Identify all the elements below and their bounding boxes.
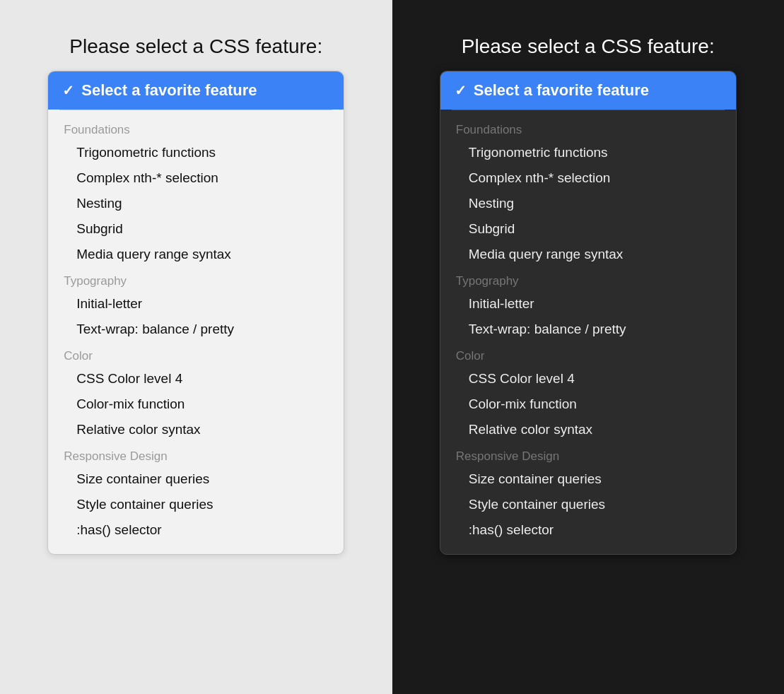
list-item[interactable]: CSS Color level 4 [48, 366, 344, 392]
light-select-header[interactable]: ✓ Select a favorite feature [48, 71, 344, 110]
dark-list-body: FoundationsTrigonometric functionsComple… [440, 110, 736, 554]
list-item[interactable]: Text-wrap: balance / pretty [440, 317, 736, 342]
list-item[interactable]: Relative color syntax [440, 417, 736, 442]
dark-check-icon: ✓ [455, 82, 467, 99]
list-item[interactable]: Relative color syntax [48, 417, 344, 442]
dark-selected-label: Select a favorite feature [474, 81, 649, 100]
list-item[interactable]: Media query range syntax [48, 242, 344, 267]
list-item[interactable]: Subgrid [48, 216, 344, 242]
dark-select-header[interactable]: ✓ Select a favorite feature [440, 71, 736, 110]
group-label: Responsive Design [48, 442, 344, 466]
list-item[interactable]: Complex nth-* selection [440, 165, 736, 191]
list-item[interactable]: Size container queries [440, 466, 736, 492]
light-selected-label: Select a favorite feature [81, 81, 257, 100]
list-item[interactable]: :has() selector [48, 517, 344, 543]
list-item[interactable]: Style container queries [48, 492, 344, 517]
list-item[interactable]: Color-mix function [440, 392, 736, 417]
light-list-body: FoundationsTrigonometric functionsComple… [48, 110, 344, 554]
group-label: Foundations [48, 116, 344, 140]
list-item[interactable]: Complex nth-* selection [48, 165, 344, 191]
dark-panel: Please select a CSS feature: ✓ Select a … [392, 0, 785, 694]
light-panel-title: Please select a CSS feature: [69, 35, 322, 58]
list-item[interactable]: Trigonometric functions [48, 140, 344, 165]
group-label: Color [48, 342, 344, 366]
list-item[interactable]: CSS Color level 4 [440, 366, 736, 392]
list-item[interactable]: Style container queries [440, 492, 736, 517]
list-item[interactable]: Trigonometric functions [440, 140, 736, 165]
list-item[interactable]: Color-mix function [48, 392, 344, 417]
dark-panel-title: Please select a CSS feature: [462, 35, 715, 58]
light-check-icon: ✓ [62, 82, 74, 99]
list-item[interactable]: Subgrid [440, 216, 736, 242]
light-select-box[interactable]: ✓ Select a favorite feature FoundationsT… [47, 71, 344, 555]
light-panel: Please select a CSS feature: ✓ Select a … [0, 0, 392, 694]
list-item[interactable]: Text-wrap: balance / pretty [48, 317, 344, 342]
list-item[interactable]: Initial-letter [48, 291, 344, 317]
list-item[interactable]: :has() selector [440, 517, 736, 543]
list-item[interactable]: Nesting [48, 191, 344, 216]
list-item[interactable]: Size container queries [48, 466, 344, 492]
group-label: Responsive Design [440, 442, 736, 466]
list-item[interactable]: Initial-letter [440, 291, 736, 317]
group-label: Typography [440, 267, 736, 291]
group-label: Foundations [440, 116, 736, 140]
group-label: Color [440, 342, 736, 366]
list-item[interactable]: Media query range syntax [440, 242, 736, 267]
dark-select-box[interactable]: ✓ Select a favorite feature FoundationsT… [440, 71, 737, 555]
list-item[interactable]: Nesting [440, 191, 736, 216]
group-label: Typography [48, 267, 344, 291]
